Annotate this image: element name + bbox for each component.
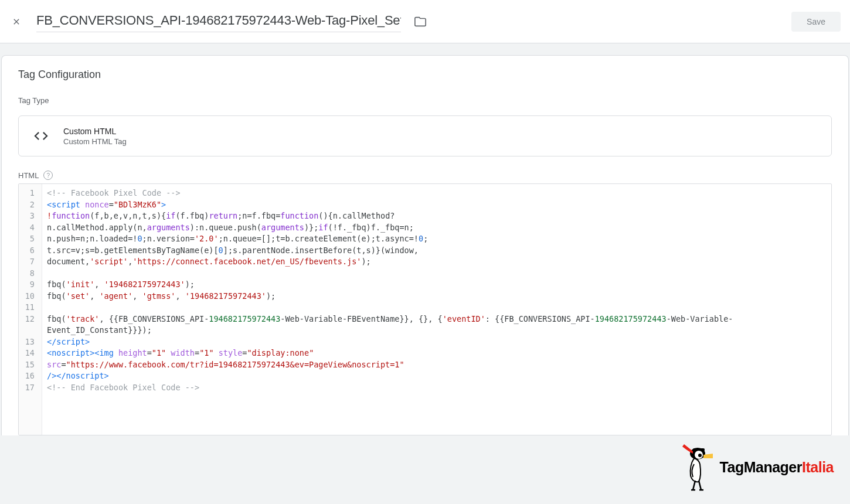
tag-config-panel: Tag Configuration Tag Type Custom HTML C… — [1, 55, 849, 435]
tag-type-label: Tag Type — [18, 96, 832, 105]
folder-button[interactable] — [414, 15, 427, 28]
body: Tag Configuration Tag Type Custom HTML C… — [0, 43, 850, 435]
html-label: HTML — [18, 171, 39, 180]
section-title: Tag Configuration — [18, 69, 832, 81]
close-button[interactable] — [9, 15, 23, 29]
tag-type-name: Custom HTML — [63, 127, 127, 136]
tag-type-desc: Custom HTML Tag — [63, 137, 127, 146]
tag-type-selector[interactable]: Custom HTML Custom HTML Tag — [18, 115, 832, 156]
folder-icon — [414, 15, 427, 28]
close-icon — [12, 17, 21, 26]
html-code-editor[interactable]: 123456789101112 1314151617 <!-- Facebook… — [18, 183, 832, 435]
html-label-row: HTML ? — [18, 171, 832, 180]
tag-type-text: Custom HTML Custom HTML Tag — [63, 127, 127, 146]
tag-name-input[interactable] — [36, 11, 401, 32]
line-gutter: 123456789101112 1314151617 — [19, 184, 42, 435]
save-button[interactable]: Save — [791, 12, 841, 32]
code-content[interactable]: <!-- Facebook Pixel Code --> <script non… — [42, 184, 831, 435]
header-bar: Save — [0, 0, 850, 43]
code-icon — [30, 125, 52, 147]
help-icon[interactable]: ? — [43, 171, 53, 180]
